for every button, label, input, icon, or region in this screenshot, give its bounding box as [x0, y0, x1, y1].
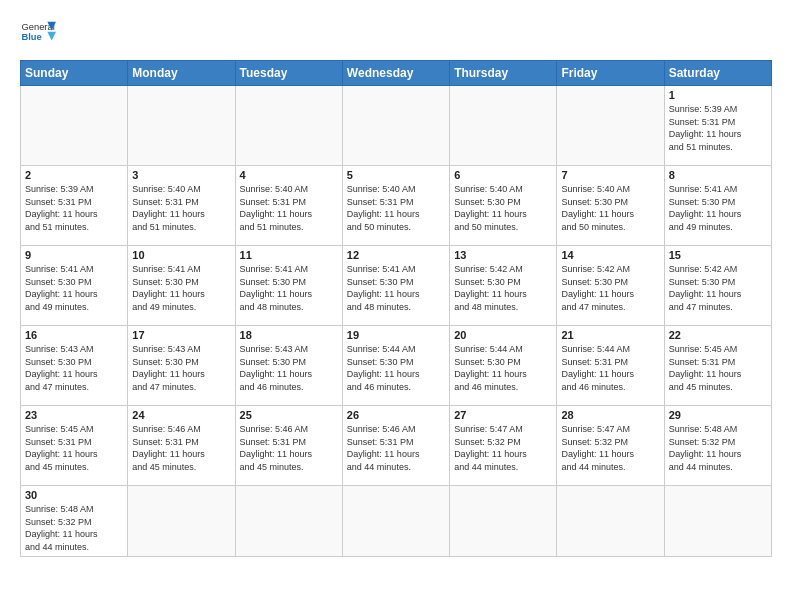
day-number: 20 — [454, 329, 552, 341]
calendar-day-cell: 21Sunrise: 5:44 AM Sunset: 5:31 PM Dayli… — [557, 326, 664, 406]
calendar-day-cell: 17Sunrise: 5:43 AM Sunset: 5:30 PM Dayli… — [128, 326, 235, 406]
calendar-empty-cell — [128, 486, 235, 557]
calendar-empty-cell — [664, 486, 771, 557]
day-info: Sunrise: 5:46 AM Sunset: 5:31 PM Dayligh… — [347, 423, 445, 473]
day-number: 12 — [347, 249, 445, 261]
day-number: 27 — [454, 409, 552, 421]
day-info: Sunrise: 5:40 AM Sunset: 5:31 PM Dayligh… — [132, 183, 230, 233]
calendar-day-cell: 25Sunrise: 5:46 AM Sunset: 5:31 PM Dayli… — [235, 406, 342, 486]
calendar-week-row: 16Sunrise: 5:43 AM Sunset: 5:30 PM Dayli… — [21, 326, 772, 406]
calendar-day-cell: 1Sunrise: 5:39 AM Sunset: 5:31 PM Daylig… — [664, 86, 771, 166]
calendar-day-cell: 13Sunrise: 5:42 AM Sunset: 5:30 PM Dayli… — [450, 246, 557, 326]
day-info: Sunrise: 5:44 AM Sunset: 5:30 PM Dayligh… — [347, 343, 445, 393]
day-number: 29 — [669, 409, 767, 421]
svg-text:Blue: Blue — [21, 32, 41, 42]
day-number: 6 — [454, 169, 552, 181]
calendar-day-cell: 15Sunrise: 5:42 AM Sunset: 5:30 PM Dayli… — [664, 246, 771, 326]
day-info: Sunrise: 5:40 AM Sunset: 5:31 PM Dayligh… — [347, 183, 445, 233]
calendar-day-cell: 18Sunrise: 5:43 AM Sunset: 5:30 PM Dayli… — [235, 326, 342, 406]
day-number: 5 — [347, 169, 445, 181]
calendar-day-cell: 11Sunrise: 5:41 AM Sunset: 5:30 PM Dayli… — [235, 246, 342, 326]
day-info: Sunrise: 5:43 AM Sunset: 5:30 PM Dayligh… — [132, 343, 230, 393]
weekday-header-saturday: Saturday — [664, 61, 771, 86]
calendar-empty-cell — [128, 86, 235, 166]
day-info: Sunrise: 5:47 AM Sunset: 5:32 PM Dayligh… — [454, 423, 552, 473]
calendar-empty-cell — [450, 486, 557, 557]
day-info: Sunrise: 5:44 AM Sunset: 5:30 PM Dayligh… — [454, 343, 552, 393]
calendar-empty-cell — [342, 486, 449, 557]
weekday-header-tuesday: Tuesday — [235, 61, 342, 86]
calendar-week-row: 23Sunrise: 5:45 AM Sunset: 5:31 PM Dayli… — [21, 406, 772, 486]
day-number: 28 — [561, 409, 659, 421]
day-info: Sunrise: 5:43 AM Sunset: 5:30 PM Dayligh… — [240, 343, 338, 393]
calendar-day-cell: 6Sunrise: 5:40 AM Sunset: 5:30 PM Daylig… — [450, 166, 557, 246]
calendar-day-cell: 2Sunrise: 5:39 AM Sunset: 5:31 PM Daylig… — [21, 166, 128, 246]
day-info: Sunrise: 5:40 AM Sunset: 5:31 PM Dayligh… — [240, 183, 338, 233]
weekday-header-wednesday: Wednesday — [342, 61, 449, 86]
page-header: General Blue — [20, 16, 772, 52]
logo-icon: General Blue — [20, 16, 56, 52]
day-number: 26 — [347, 409, 445, 421]
calendar-day-cell: 30Sunrise: 5:48 AM Sunset: 5:32 PM Dayli… — [21, 486, 128, 557]
day-number: 24 — [132, 409, 230, 421]
day-info: Sunrise: 5:41 AM Sunset: 5:30 PM Dayligh… — [132, 263, 230, 313]
logo: General Blue — [20, 16, 56, 52]
day-info: Sunrise: 5:40 AM Sunset: 5:30 PM Dayligh… — [454, 183, 552, 233]
day-info: Sunrise: 5:41 AM Sunset: 5:30 PM Dayligh… — [669, 183, 767, 233]
day-number: 7 — [561, 169, 659, 181]
calendar-day-cell: 4Sunrise: 5:40 AM Sunset: 5:31 PM Daylig… — [235, 166, 342, 246]
day-number: 3 — [132, 169, 230, 181]
day-info: Sunrise: 5:42 AM Sunset: 5:30 PM Dayligh… — [454, 263, 552, 313]
day-info: Sunrise: 5:41 AM Sunset: 5:30 PM Dayligh… — [240, 263, 338, 313]
day-number: 14 — [561, 249, 659, 261]
calendar-table: SundayMondayTuesdayWednesdayThursdayFrid… — [20, 60, 772, 557]
day-info: Sunrise: 5:48 AM Sunset: 5:32 PM Dayligh… — [25, 503, 123, 553]
day-number: 2 — [25, 169, 123, 181]
calendar-empty-cell — [557, 86, 664, 166]
calendar-week-row: 9Sunrise: 5:41 AM Sunset: 5:30 PM Daylig… — [21, 246, 772, 326]
day-info: Sunrise: 5:42 AM Sunset: 5:30 PM Dayligh… — [561, 263, 659, 313]
calendar-day-cell: 26Sunrise: 5:46 AM Sunset: 5:31 PM Dayli… — [342, 406, 449, 486]
day-number: 9 — [25, 249, 123, 261]
calendar-day-cell: 20Sunrise: 5:44 AM Sunset: 5:30 PM Dayli… — [450, 326, 557, 406]
calendar-empty-cell — [235, 486, 342, 557]
calendar-empty-cell — [235, 86, 342, 166]
calendar-day-cell: 23Sunrise: 5:45 AM Sunset: 5:31 PM Dayli… — [21, 406, 128, 486]
day-number: 11 — [240, 249, 338, 261]
calendar-day-cell: 14Sunrise: 5:42 AM Sunset: 5:30 PM Dayli… — [557, 246, 664, 326]
calendar-day-cell: 28Sunrise: 5:47 AM Sunset: 5:32 PM Dayli… — [557, 406, 664, 486]
calendar-day-cell: 27Sunrise: 5:47 AM Sunset: 5:32 PM Dayli… — [450, 406, 557, 486]
day-info: Sunrise: 5:39 AM Sunset: 5:31 PM Dayligh… — [25, 183, 123, 233]
day-number: 16 — [25, 329, 123, 341]
calendar-empty-cell — [21, 86, 128, 166]
calendar-day-cell: 12Sunrise: 5:41 AM Sunset: 5:30 PM Dayli… — [342, 246, 449, 326]
day-info: Sunrise: 5:43 AM Sunset: 5:30 PM Dayligh… — [25, 343, 123, 393]
calendar-day-cell: 5Sunrise: 5:40 AM Sunset: 5:31 PM Daylig… — [342, 166, 449, 246]
day-number: 10 — [132, 249, 230, 261]
svg-marker-3 — [47, 32, 56, 41]
weekday-header-thursday: Thursday — [450, 61, 557, 86]
calendar-day-cell: 29Sunrise: 5:48 AM Sunset: 5:32 PM Dayli… — [664, 406, 771, 486]
day-info: Sunrise: 5:48 AM Sunset: 5:32 PM Dayligh… — [669, 423, 767, 473]
calendar-week-row: 2Sunrise: 5:39 AM Sunset: 5:31 PM Daylig… — [21, 166, 772, 246]
day-number: 1 — [669, 89, 767, 101]
day-number: 21 — [561, 329, 659, 341]
day-info: Sunrise: 5:41 AM Sunset: 5:30 PM Dayligh… — [347, 263, 445, 313]
day-info: Sunrise: 5:47 AM Sunset: 5:32 PM Dayligh… — [561, 423, 659, 473]
weekday-header-monday: Monday — [128, 61, 235, 86]
calendar-day-cell: 8Sunrise: 5:41 AM Sunset: 5:30 PM Daylig… — [664, 166, 771, 246]
day-info: Sunrise: 5:46 AM Sunset: 5:31 PM Dayligh… — [240, 423, 338, 473]
day-number: 13 — [454, 249, 552, 261]
day-number: 19 — [347, 329, 445, 341]
weekday-header-friday: Friday — [557, 61, 664, 86]
day-number: 30 — [25, 489, 123, 501]
calendar-header-row: SundayMondayTuesdayWednesdayThursdayFrid… — [21, 61, 772, 86]
day-number: 25 — [240, 409, 338, 421]
day-number: 15 — [669, 249, 767, 261]
day-number: 17 — [132, 329, 230, 341]
calendar-day-cell: 19Sunrise: 5:44 AM Sunset: 5:30 PM Dayli… — [342, 326, 449, 406]
day-info: Sunrise: 5:45 AM Sunset: 5:31 PM Dayligh… — [25, 423, 123, 473]
day-info: Sunrise: 5:45 AM Sunset: 5:31 PM Dayligh… — [669, 343, 767, 393]
day-info: Sunrise: 5:39 AM Sunset: 5:31 PM Dayligh… — [669, 103, 767, 153]
day-info: Sunrise: 5:41 AM Sunset: 5:30 PM Dayligh… — [25, 263, 123, 313]
